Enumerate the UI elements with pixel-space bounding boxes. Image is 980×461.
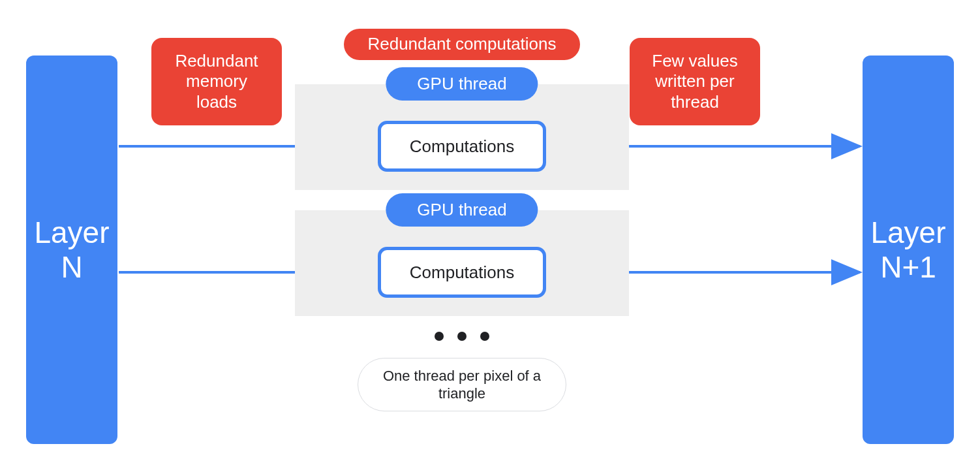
layer-n1-label: LayerN+1 <box>870 215 945 285</box>
layer-n-box: LayerN <box>26 56 117 444</box>
computations-box-1: Computations <box>378 121 546 172</box>
callout-few-values: Few values written per thread <box>630 38 760 125</box>
gpu-thread-pill-2: GPU thread <box>386 193 538 227</box>
dot-icon <box>457 332 467 341</box>
callout-memory-loads-text: Redundant memory loads <box>164 51 269 112</box>
callout-few-values-text: Few values written per thread <box>643 51 747 112</box>
computations-label-1: Computations <box>410 136 514 157</box>
layer-n-label: LayerN <box>34 215 109 285</box>
gpu-thread-block-1: GPU thread Computations <box>295 84 629 190</box>
computations-label-2: Computations <box>410 262 514 283</box>
dot-icon <box>435 332 444 341</box>
ellipsis-dots <box>435 330 489 342</box>
callout-redundant-computations: Redundant computations <box>344 29 580 60</box>
gpu-thread-pill-1: GPU thread <box>386 67 538 101</box>
callout-redundant-computations-text: Redundant computations <box>367 34 556 54</box>
gpu-thread-block-2: GPU thread Computations <box>295 210 629 316</box>
footer-pill-text: One thread per pixel of a triangle <box>374 367 550 403</box>
diagram-stage: LayerN LayerN+1 Redundant memory loads R… <box>0 0 980 461</box>
dot-icon <box>480 332 489 341</box>
callout-redundant-memory-loads: Redundant memory loads <box>151 38 282 125</box>
layer-n1-box: LayerN+1 <box>863 56 954 444</box>
gpu-thread-label-2: GPU thread <box>417 200 506 219</box>
gpu-thread-label-1: GPU thread <box>417 74 506 93</box>
footer-pill: One thread per pixel of a triangle <box>358 358 566 411</box>
computations-box-2: Computations <box>378 247 546 298</box>
